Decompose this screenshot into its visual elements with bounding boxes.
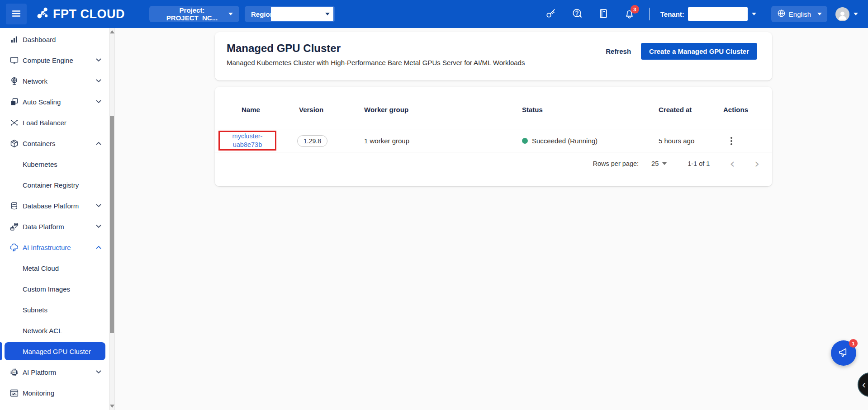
- page-header-card: Managed GPU Cluster Managed Kubernetes C…: [215, 32, 772, 80]
- sidebar-item-label: Custom Images: [23, 285, 70, 293]
- sidebar-item-container-registry[interactable]: Container Registry: [0, 174, 109, 195]
- sidebar-item-data-platform[interactable]: Data Platform: [0, 216, 109, 237]
- announcements-fab[interactable]: 1: [831, 340, 856, 366]
- sidebar-item-ai-platform[interactable]: AI AI Platform: [0, 362, 109, 382]
- sidebar-item-label: Auto Scaling: [23, 98, 61, 106]
- scroll-down-arrow-icon[interactable]: [110, 405, 114, 408]
- sidebar-item-ai-infrastructure[interactable]: AI Infrastructure: [0, 237, 109, 258]
- project-selector[interactable]: Project: PROJECT_NC...: [149, 6, 239, 22]
- top-navbar: FPT CLOUD Project: PROJECT_NC... Region: [0, 0, 868, 28]
- sidebar-item-managed-gpu-cluster[interactable]: Managed GPU Cluster: [5, 342, 105, 360]
- status-text: Succeeded (Running): [532, 137, 598, 145]
- sidebar-item-custom-images[interactable]: Custom Images: [0, 278, 109, 299]
- sidebar-item-label: Compute Engine: [23, 57, 73, 64]
- column-header-status: Status: [522, 106, 659, 113]
- rows-per-page-select[interactable]: 25: [651, 160, 667, 167]
- database-icon: [9, 201, 19, 211]
- book-icon: [598, 8, 609, 20]
- create-cluster-button[interactable]: Create a Managed GPU Cluster: [641, 43, 757, 60]
- pagination-range: 1-1 of 1: [688, 160, 710, 167]
- sidebar-scrollbar[interactable]: [109, 28, 115, 410]
- layers-icon: [9, 97, 19, 107]
- project-selector-label: Project: PROJECT_NC...: [156, 6, 228, 22]
- chevron-left-icon: ‹: [862, 378, 866, 391]
- account-menu-button[interactable]: [835, 7, 858, 21]
- language-selector[interactable]: English: [771, 6, 827, 22]
- sidebar-item-containers[interactable]: Containers: [0, 133, 109, 154]
- tenant-selector[interactable]: [750, 8, 758, 20]
- rows-per-page-label: Rows per page:: [593, 160, 639, 167]
- table-row: mycluster-uab8e73b 1.29.8 1 worker group…: [215, 129, 772, 152]
- main-content: Managed GPU Cluster Managed Kubernetes C…: [115, 28, 868, 410]
- scroll-up-arrow-icon[interactable]: [110, 30, 114, 33]
- sidebar-item-label: Network: [23, 77, 47, 85]
- monitor-icon: [9, 56, 19, 65]
- sidebar-item-monitoring[interactable]: Monitoring: [0, 382, 109, 403]
- globe-icon: [9, 76, 19, 86]
- sidebar-item-database-platform[interactable]: Database Platform: [0, 195, 109, 216]
- sidebar-item-network-acl[interactable]: Network ACL: [0, 320, 109, 341]
- menu-button[interactable]: [6, 4, 27, 24]
- language-label: English: [789, 10, 811, 18]
- sidebar-item-kubernetes[interactable]: Kubernetes: [0, 154, 109, 174]
- hamburger-icon: [11, 8, 22, 20]
- table-header-row: Name Version Worker group Status Created…: [215, 90, 772, 129]
- previous-page-button[interactable]: ‹: [730, 159, 735, 168]
- navbar-right-group: 3 Tenant: English: [531, 6, 868, 22]
- documentation-button[interactable]: [598, 8, 609, 20]
- notification-count-badge: 3: [631, 5, 639, 14]
- sidebar-item-network[interactable]: Network: [0, 71, 109, 91]
- rows-per-page-value: 25: [651, 160, 659, 167]
- kebab-icon: [730, 137, 732, 139]
- package-icon: [9, 139, 19, 148]
- row-actions-menu-button[interactable]: [728, 134, 735, 148]
- sidebar-item-label: Monitoring: [23, 389, 54, 397]
- support-button[interactable]: [571, 8, 583, 20]
- fpt-cloud-logo[interactable]: FPT CLOUD: [35, 5, 125, 23]
- help-chat-icon: [571, 8, 583, 21]
- sidebar-item-label: Load Balancer: [23, 119, 66, 127]
- sidebar-item-load-balancer[interactable]: Load Balancer: [0, 112, 109, 133]
- page-subtitle: Managed Kubernetes Cluster with High-Per…: [227, 59, 757, 66]
- chevron-down-icon: [228, 13, 233, 15]
- nodes-icon: [9, 118, 19, 127]
- version-chip: 1.29.8: [297, 135, 327, 147]
- api-key-button[interactable]: [545, 8, 557, 20]
- avatar: [835, 7, 849, 21]
- sidebar-item-subnets[interactable]: Subnets: [0, 299, 109, 320]
- column-header-worker-group: Worker group: [364, 106, 522, 113]
- sidebar-item-compute-engine[interactable]: Compute Engine: [0, 50, 109, 71]
- sidebar-item-label: Container Registry: [23, 181, 79, 189]
- tenant-value-redacted: [688, 7, 748, 21]
- sidebar-item-label: AI Platform: [23, 368, 56, 376]
- sidebar-item-label: Kubernetes: [23, 160, 57, 168]
- chevron-up-icon: [96, 245, 101, 249]
- chevron-down-icon: [662, 162, 667, 165]
- next-page-button[interactable]: ›: [754, 159, 759, 168]
- sidebar-item-label: Metal Cloud: [23, 264, 59, 272]
- cloud-sync-icon: [9, 243, 19, 252]
- molecule-logo-icon: [35, 5, 50, 23]
- ai-chip-icon: AI: [9, 368, 19, 377]
- sidebar-nav: Dashboard Compute Engine Network Auto Sc…: [0, 28, 109, 403]
- cluster-name-link[interactable]: mycluster-uab8e73b: [225, 132, 270, 149]
- cluster-table-card: Name Version Worker group Status Created…: [215, 87, 772, 186]
- chevron-down-icon: [96, 370, 101, 374]
- sidebar-item-label: Dashboard: [23, 36, 56, 43]
- sidebar-item-metal-cloud[interactable]: Metal Cloud: [0, 258, 109, 278]
- annotation-highlight-box: mycluster-uab8e73b: [218, 131, 276, 151]
- chevron-down-icon: [96, 79, 101, 83]
- column-header-created-at: Created at: [659, 106, 723, 113]
- region-selector[interactable]: Region: [245, 6, 335, 22]
- megaphone-icon: [837, 346, 850, 360]
- name-cell: mycluster-uab8e73b: [215, 129, 299, 152]
- sidebar-item-auto-scaling[interactable]: Auto Scaling: [0, 91, 109, 112]
- sidebar-item-dashboard[interactable]: Dashboard: [0, 29, 109, 50]
- chevron-down-icon: [854, 13, 858, 15]
- sidebar-item-label: Network ACL: [23, 327, 62, 335]
- chevron-down-icon: [817, 13, 822, 15]
- sidebar-item-label: Database Platform: [23, 202, 79, 210]
- scrollbar-thumb[interactable]: [110, 116, 114, 333]
- notifications-button[interactable]: 3: [624, 8, 636, 20]
- refresh-button[interactable]: Refresh: [601, 45, 636, 58]
